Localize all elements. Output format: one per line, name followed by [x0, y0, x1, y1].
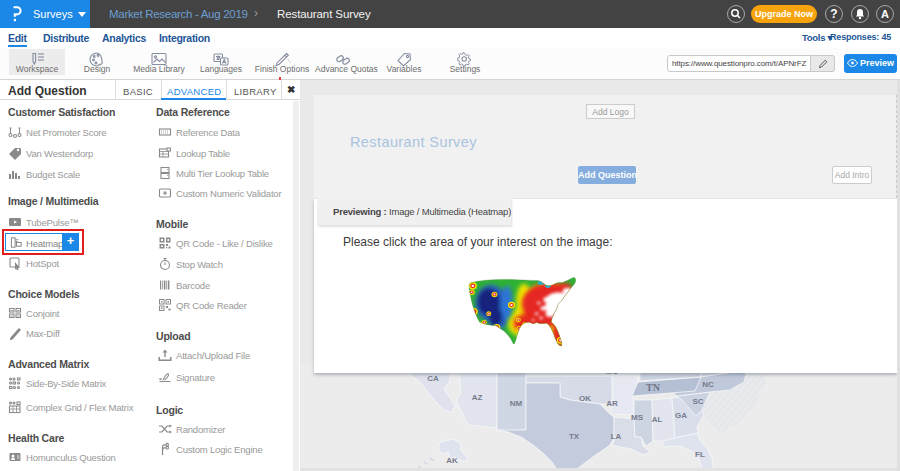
svg-text:AZ: AZ: [472, 393, 483, 402]
svg-text:TX: TX: [569, 432, 580, 441]
svg-text:LA: LA: [611, 432, 622, 441]
svg-text:NM: NM: [510, 399, 523, 408]
svg-text:AK: AK: [446, 456, 458, 465]
svg-text:NC: NC: [702, 380, 714, 389]
svg-text:TN: TN: [646, 382, 661, 393]
svg-text:AR: AR: [606, 399, 618, 408]
svg-text:AL: AL: [652, 415, 663, 424]
svg-text:CA: CA: [427, 374, 439, 383]
svg-text:FL: FL: [695, 450, 705, 459]
svg-text:OK: OK: [579, 394, 591, 403]
svg-text:GA: GA: [675, 411, 687, 420]
svg-text:MS: MS: [631, 413, 644, 422]
svg-text:SC: SC: [692, 397, 703, 406]
